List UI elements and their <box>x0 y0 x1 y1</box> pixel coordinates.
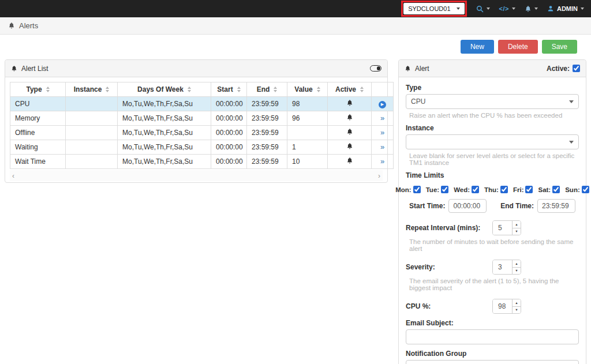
cell[interactable] <box>287 126 328 140</box>
cell[interactable]: 23:59:59 <box>247 140 287 155</box>
end-time-input[interactable] <box>537 199 575 213</box>
checkbox[interactable] <box>413 186 421 193</box>
notification-group-select-control[interactable]: Internal FPM <box>406 360 579 364</box>
day-checkbox-sat[interactable]: Sat: <box>538 186 560 193</box>
active-bell-icon[interactable] <box>328 111 372 126</box>
cell[interactable]: 23:59:59 <box>247 97 287 111</box>
row-open-icon[interactable]: » <box>372 140 394 155</box>
day-checkbox-tue[interactable]: Tue: <box>426 186 448 193</box>
spin-up-icon[interactable]: ▲ <box>513 221 521 228</box>
admin-menu[interactable]: ADMIN <box>547 5 584 12</box>
checkbox[interactable] <box>582 186 589 193</box>
alert-row-offline[interactable]: OfflineMo,Tu,We,Th,Fr,Sa,Su00:00:0023:59… <box>10 126 394 140</box>
cpu-row: CPU %: ▲▼ <box>406 299 579 314</box>
spin-down-icon[interactable]: ▼ <box>513 307 521 314</box>
spin-up-icon[interactable]: ▲ <box>513 260 521 268</box>
alert-row-cpu[interactable]: CPUMo,Tu,We,Th,Fr,Sa,Su00:00:0023:59:599… <box>10 97 394 111</box>
active-bell-icon[interactable] <box>328 155 372 169</box>
save-button[interactable]: Save <box>542 40 577 54</box>
cpu-label: CPU %: <box>406 302 492 310</box>
collapse-toggle-icon[interactable] <box>370 65 381 72</box>
column-header-instance[interactable]: Instance <box>66 82 118 97</box>
cell[interactable]: Offline <box>10 126 66 140</box>
row-open-icon[interactable]: » <box>372 126 394 140</box>
alert-row-memory[interactable]: MemoryMo,Tu,We,Th,Fr,Sa,Su00:00:0023:59:… <box>10 111 394 126</box>
active-bell-icon[interactable] <box>328 97 372 111</box>
spin-up-icon[interactable]: ▲ <box>513 299 521 307</box>
cell[interactable]: 00:00:00 <box>211 155 247 169</box>
day-checkbox-mon[interactable]: Mon: <box>395 186 420 193</box>
cell[interactable]: 98 <box>287 97 328 111</box>
day-checkbox-fri[interactable]: Fri: <box>513 186 533 193</box>
cell[interactable] <box>66 97 118 111</box>
alert-row-wait-time[interactable]: Wait TimeMo,Tu,We,Th,Fr,Sa,Su00:00:0023:… <box>10 155 394 169</box>
cell[interactable]: 23:59:59 <box>247 126 287 140</box>
cpu-input[interactable] <box>493 299 512 313</box>
new-button[interactable]: New <box>461 40 494 54</box>
cell[interactable]: 96 <box>287 111 328 126</box>
day-checkbox-sun[interactable]: Sun: <box>565 186 589 193</box>
column-header-days-of-week[interactable]: Days Of Week <box>118 82 211 97</box>
start-time-input[interactable] <box>448 199 487 213</box>
search-menu[interactable] <box>476 5 490 13</box>
email-subject-input[interactable] <box>406 329 579 344</box>
cell[interactable]: 10 <box>287 155 328 169</box>
cell[interactable] <box>66 111 118 126</box>
column-header-start[interactable]: Start <box>211 82 247 97</box>
active-bell-icon[interactable] <box>328 140 372 155</box>
code-menu[interactable]: </> <box>499 5 515 12</box>
day-checkboxes: Mon:Tue:Wed:Thu:Fri:Sat:Sun: <box>406 186 579 193</box>
cell[interactable]: Waiting <box>10 140 66 155</box>
repeat-interval-input[interactable] <box>493 221 512 235</box>
day-checkbox-wed[interactable]: Wed: <box>454 186 479 193</box>
checkbox[interactable] <box>472 186 479 193</box>
cell[interactable]: Mo,Tu,We,Th,Fr,Sa,Su <box>118 126 211 140</box>
spin-down-icon[interactable]: ▼ <box>513 228 521 235</box>
column-header-end[interactable]: End <box>247 82 287 97</box>
cell[interactable]: Mo,Tu,We,Th,Fr,Sa,Su <box>118 111 211 126</box>
active-checkbox[interactable] <box>573 65 580 72</box>
cell[interactable]: Wait Time <box>10 155 66 169</box>
alert-row-waiting[interactable]: WaitingMo,Tu,We,Th,Fr,Sa,Su00:00:0023:59… <box>10 140 394 155</box>
row-open-icon[interactable]: » <box>372 111 394 126</box>
cell[interactable]: 1 <box>287 140 328 155</box>
row-selected-indicator-icon[interactable]: ▶ <box>372 97 394 111</box>
cell[interactable] <box>66 155 118 169</box>
bell-icon <box>8 22 15 29</box>
row-open-icon[interactable]: » <box>372 155 394 169</box>
cell[interactable]: Mo,Tu,We,Th,Fr,Sa,Su <box>118 155 211 169</box>
scroll-right-icon[interactable]: › <box>378 172 380 180</box>
sort-icon <box>274 87 277 92</box>
cell[interactable]: 00:00:00 <box>211 111 247 126</box>
horizontal-scrollbar[interactable]: ‹ › <box>10 170 383 181</box>
cell[interactable] <box>66 126 118 140</box>
cell[interactable]: 00:00:00 <box>211 140 247 155</box>
checkbox[interactable] <box>500 186 508 193</box>
cell[interactable]: Mo,Tu,We,Th,Fr,Sa,Su <box>118 140 211 155</box>
delete-button[interactable]: Delete <box>498 40 538 54</box>
alert-form-title: Alert <box>415 65 429 73</box>
cell[interactable]: 00:00:00 <box>211 97 247 111</box>
active-bell-icon[interactable] <box>328 126 372 140</box>
spin-down-icon[interactable]: ▼ <box>513 268 521 275</box>
notifications-menu[interactable] <box>525 5 538 13</box>
column-header-type[interactable]: Type <box>10 82 66 97</box>
checkbox[interactable] <box>552 186 560 193</box>
cell[interactable]: 23:59:59 <box>247 111 287 126</box>
cell[interactable]: Memory <box>10 111 66 126</box>
scroll-left-icon[interactable]: ‹ <box>12 172 14 180</box>
cell[interactable]: 23:59:59 <box>247 155 287 169</box>
cell[interactable]: 00:00:00 <box>211 126 247 140</box>
severity-input[interactable] <box>493 260 512 274</box>
cell[interactable]: Mo,Tu,We,Th,Fr,Sa,Su <box>118 97 211 111</box>
column-header-active[interactable]: Active <box>328 82 372 97</box>
checkbox[interactable] <box>525 186 533 193</box>
column-header-value[interactable]: Value <box>287 82 328 97</box>
cell[interactable]: CPU <box>10 97 66 111</box>
cell[interactable] <box>66 140 118 155</box>
instance-select-control[interactable] <box>406 134 579 149</box>
type-select-control[interactable]: CPU <box>406 94 579 109</box>
checkbox[interactable] <box>441 186 448 193</box>
day-checkbox-thu[interactable]: Thu: <box>484 186 508 193</box>
server-selector[interactable]: SYDCLOUD01 <box>403 3 464 14</box>
